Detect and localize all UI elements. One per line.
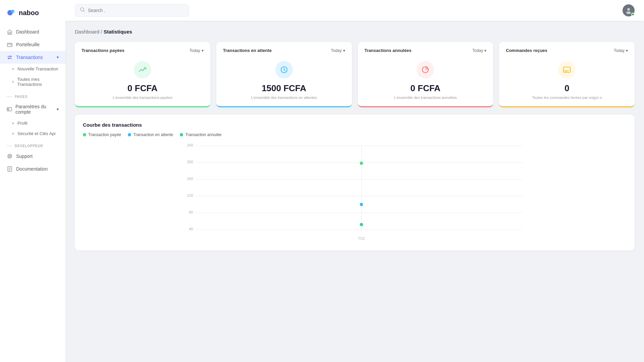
svg-text:160: 160: [187, 177, 193, 181]
chart-section: Courbe des transactions Transaction payé…: [75, 115, 635, 250]
card-payees-icon-wrap: [134, 61, 151, 78]
chart-svg: 240 200 160 120 80 40 7/12: [83, 142, 627, 243]
transactions-icon: [7, 54, 13, 60]
chart-point-annulee: [360, 223, 363, 226]
stat-card-commandes: Commandes reçues Today ▾ 0 Toutes les: [499, 42, 635, 107]
home-icon: [7, 29, 13, 35]
trending-up-icon: [138, 65, 147, 74]
sidebar-item-documentation[interactable]: Documentation: [0, 163, 65, 175]
naboo-logo-icon: [7, 8, 16, 17]
main-area: Dashboard / Statistiques Transactions pa…: [65, 0, 644, 362]
period-chevron-icon: ▾: [202, 48, 204, 53]
stat-card-annulees: Transactions annulées Today ▾ 0 FCFA L: [358, 42, 493, 107]
card-commandes-desc: Toutes les commandes livrées par origyn …: [532, 96, 602, 100]
card-attente-title: Transactions en attente: [223, 48, 272, 53]
stat-card-attente: Transactions en attente Today ▾ 1500 FCF…: [216, 42, 352, 107]
clock-icon: [280, 65, 288, 74]
sidebar-item-nouvelle-transaction[interactable]: Nouvelle Transaction: [0, 64, 65, 74]
sub-item-toutes-label: Toutes mes Transactions: [17, 77, 59, 87]
card-attente-icon-wrap: [275, 61, 293, 78]
legend-item-attente: Transaction en attente: [128, 132, 173, 137]
card-commandes-value: 0: [565, 83, 569, 94]
sub-dot-icon2: [12, 81, 14, 83]
sidebar-item-portefeuille-label: Portefeuille: [16, 42, 40, 47]
avatar-online-badge: [631, 13, 635, 16]
sidebar-item-support-label: Support: [16, 154, 33, 159]
svg-rect-2: [9, 32, 11, 34]
period-chevron-icon4: ▾: [626, 48, 628, 53]
legend-dot-annulee: [180, 133, 183, 136]
stat-cards-grid: Transactions payées Today ▾ 0 FCFA L'e: [75, 42, 635, 107]
sidebar-item-toutes-transactions[interactable]: Toutes mes Transactions: [0, 74, 65, 89]
svg-text:240: 240: [187, 143, 193, 147]
period-chevron-icon2: ▾: [343, 48, 345, 53]
sidebar: naboo Dashboard Portefeuille Transacti: [0, 0, 65, 362]
pie-chart-icon: [421, 65, 430, 74]
legend-item-payee: Transaction payée: [83, 132, 121, 137]
pages-section-label: PAGES: [0, 89, 65, 101]
svg-point-1: [11, 10, 14, 13]
settings-icon: [7, 106, 12, 112]
card-annulees-period[interactable]: Today ▾: [472, 48, 486, 53]
brand-logo: naboo: [0, 5, 65, 25]
sub-item-profil-label: Profil: [17, 121, 28, 126]
inbox-icon: [562, 65, 571, 74]
chart-container: 240 200 160 120 80 40 7/12: [83, 142, 627, 243]
legend-dot-attente: [128, 133, 131, 136]
legend-dot-payee: [83, 133, 86, 136]
legend-label-attente: Transaction en attente: [133, 132, 173, 137]
sidebar-item-dashboard[interactable]: Dashboard: [0, 25, 65, 38]
search-box[interactable]: [75, 4, 189, 17]
sidebar-item-support[interactable]: Support: [0, 150, 65, 163]
sidebar-item-profil[interactable]: Profil: [0, 118, 65, 128]
chart-title: Courbe des transactions: [83, 122, 627, 128]
card-attente-period[interactable]: Today ▾: [331, 48, 345, 53]
search-input[interactable]: [88, 8, 184, 13]
svg-point-12: [626, 11, 631, 14]
page-content: Dashboard / Statistiques Transactions pa…: [65, 21, 644, 362]
svg-text:120: 120: [187, 193, 193, 197]
documentation-icon: [7, 166, 13, 172]
sidebar-item-dashboard-label: Dashboard: [16, 29, 39, 35]
search-icon: [80, 7, 85, 14]
card-attente-desc: L'ensemble des transactions en attentes: [251, 96, 317, 100]
breadcrumb: Dashboard / Statistiques: [75, 29, 635, 35]
card-annulees-desc: L'ensemble des transactions annulées: [394, 96, 457, 100]
card-payees-desc: L'ensemble des transactions payées: [113, 96, 172, 100]
sub-dot-profil-icon: [12, 122, 14, 124]
svg-rect-6: [8, 109, 9, 110]
sidebar-item-transactions[interactable]: Transactions ▾: [0, 51, 65, 64]
card-commandes-icon-wrap: [558, 61, 576, 78]
card-commandes-title: Commandes reçues: [506, 48, 547, 53]
sub-dot-securite-icon: [12, 133, 14, 135]
card-payees-period[interactable]: Today ▾: [190, 48, 204, 53]
transactions-chevron-icon: ▾: [57, 55, 59, 60]
breadcrumb-current: Statistiques: [104, 29, 132, 35]
avatar-wrap: [623, 4, 635, 16]
parametres-chevron-icon: ▾: [57, 107, 59, 112]
sidebar-item-transactions-label: Transactions: [16, 55, 43, 60]
svg-point-8: [9, 156, 11, 157]
sub-item-nouvelle-label: Nouvelle Transaction: [17, 66, 58, 71]
card-commandes-period[interactable]: Today ▾: [614, 48, 628, 53]
chart-point-attente: [360, 203, 363, 206]
brand-name: naboo: [19, 9, 39, 17]
sidebar-item-parametres[interactable]: Paramètres du compte ▾: [0, 101, 65, 118]
svg-point-4: [11, 45, 11, 46]
breadcrumb-parent: Dashboard: [75, 29, 99, 35]
card-annulees-icon-wrap: [417, 61, 434, 78]
dev-section-label: DEVELOPPEUR: [0, 139, 65, 150]
topbar: [65, 0, 644, 21]
stat-card-payees: Transactions payées Today ▾ 0 FCFA L'e: [75, 42, 210, 107]
chart-point-payee: [360, 162, 363, 165]
support-icon: [7, 153, 13, 159]
sidebar-item-portefeuille[interactable]: Portefeuille: [0, 38, 65, 51]
card-payees-value: 0 FCFA: [127, 83, 158, 94]
sidebar-item-securite[interactable]: Sécurité et Clés Api: [0, 128, 65, 139]
card-payees-title: Transactions payées: [82, 48, 124, 53]
chart-legend: Transaction payée Transaction en attente…: [83, 132, 627, 137]
svg-rect-3: [7, 43, 12, 47]
card-annulees-value: 0 FCFA: [411, 83, 441, 94]
legend-label-payee: Transaction payée: [88, 132, 121, 137]
svg-text:7/12: 7/12: [358, 236, 365, 240]
